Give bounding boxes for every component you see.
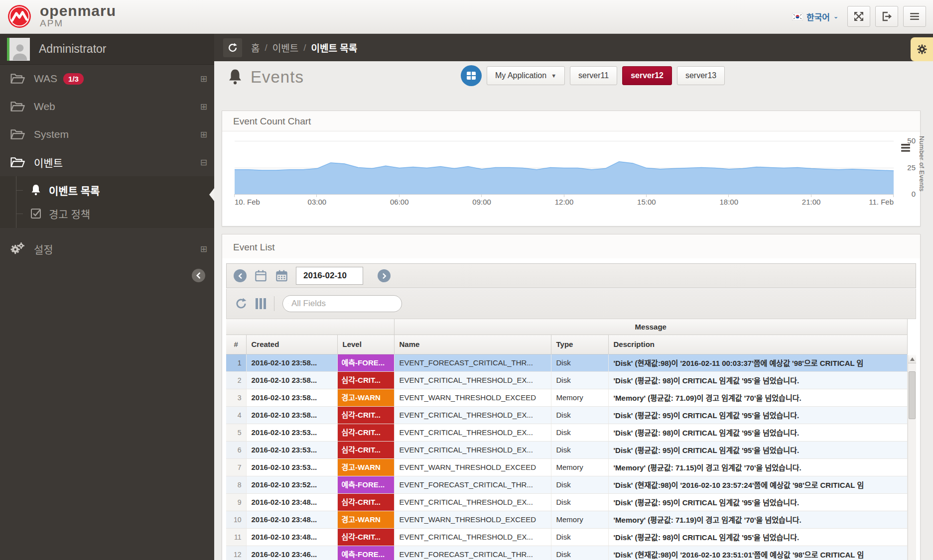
expand-arrows-icon [853,10,865,22]
breadcrumb: 홈 / 이벤트 / 이벤트 목록 [251,34,357,61]
column-header-type[interactable]: Type [551,335,608,354]
column-header-level[interactable]: Level [337,335,394,354]
sidebar-collapse-button[interactable] [192,269,205,282]
cell-num: 4 [226,406,246,424]
x-axis-ticks [235,194,894,197]
breadcrumb-home[interactable]: 홈 [251,41,260,54]
cell-num: 10 [226,511,246,528]
expand-plus-icon[interactable]: ⊞ [200,102,207,112]
table-row[interactable]: 72016-02-10 23:53...경고-WARNEVENT_WARN_TH… [226,458,908,476]
x-tick-label: 12:00 [555,198,574,206]
table-row[interactable]: 82016-02-10 23:52...예측-FORE...EVENT_FORE… [226,476,908,493]
table-row[interactable]: 12016-02-10 23:58...예측-FORE...EVENT_FORE… [226,354,908,371]
sidebar-item-alert-policy[interactable]: 경고 정책 [0,202,214,225]
expand-plus-icon[interactable]: ⊞ [200,74,207,84]
breadcrumb-section[interactable]: 이벤트 [272,41,298,54]
cell-desc: 'Disk' (평균값: 98)이 CRITICAL 임계값 '95'을 넘었습… [608,528,908,546]
column-header-created[interactable]: Created [246,335,337,354]
active-item-pointer [209,188,214,201]
group-header-empty [226,319,394,335]
next-day-button[interactable] [378,269,391,282]
x-tick-label: 21:00 [802,198,821,206]
server13-button[interactable]: server13 [677,66,725,85]
server-filter-row: My Application ▼ server11 server12 serve… [461,65,725,86]
cell-name: EVENT_FORECAST_CRITICAL_THR... [394,476,551,493]
sidebar-item-system[interactable]: System ⊞ [0,120,214,148]
logo-subtitle: APM [40,18,116,29]
cell-type: Disk [551,371,608,389]
event-list-title: Event List [222,234,920,258]
sidebar-item-was[interactable]: WAS 1/3 ⊞ [0,65,214,93]
chevron-left-icon [195,272,202,279]
date-input[interactable] [296,267,363,285]
scroll-up-button[interactable] [908,355,916,363]
table-row[interactable]: 52016-02-10 23:53...심각-CRIT...EVENT_CRIT… [226,424,908,441]
sidebar-item-settings[interactable]: 설정 ⊞ [0,235,214,263]
logout-button[interactable] [875,6,898,27]
table-row[interactable]: 42016-02-10 23:58...심각-CRIT...EVENT_CRIT… [226,406,908,424]
chevron-right-icon [382,273,387,279]
page-settings-button[interactable] [911,37,933,61]
column-header-name[interactable]: Name [394,335,551,354]
cell-name: EVENT_FORECAST_CRITICAL_THR... [394,354,551,371]
server12-button[interactable]: server12 [622,66,672,85]
menu-button[interactable] [903,6,926,27]
search-box[interactable] [282,295,402,312]
cell-created: 2016-02-10 23:53... [246,424,337,441]
language-selector[interactable]: 한국어 ⌄ [792,10,838,23]
scrollbar-thumb[interactable] [909,371,916,419]
level-badge: 예측-FORE... [338,476,394,493]
cell-level: 심각-CRIT... [337,424,394,441]
refresh-grid-icon[interactable] [235,297,248,310]
level-badge: 경고-WARN [338,389,394,406]
cell-desc: 'Disk' (현재값:98)이 '2016-02-10 23:57:24'쯤에… [608,476,908,493]
expand-plus-icon[interactable]: ⊞ [200,244,207,254]
column-header-num[interactable]: # [226,335,246,354]
event-count-chart [235,141,894,194]
cell-level: 심각-CRIT... [337,441,394,458]
cell-type: Disk [551,354,608,371]
calendar-day-icon[interactable] [254,269,267,283]
cell-num: 5 [226,424,246,441]
chart-panel-title: Event Count Chart [222,111,920,131]
cell-num: 12 [226,546,246,560]
sidebar-item-events[interactable]: 이벤트 ⊟ [0,148,214,176]
fullscreen-button[interactable] [847,6,870,27]
cell-desc: 'Disk' (평균값: 95)이 CRITICAL 임계값 '95'을 넘었습… [608,441,908,458]
table-scrollbar[interactable] [908,355,916,560]
sidebar-item-web[interactable]: Web ⊞ [0,93,214,120]
table-row[interactable]: 102016-02-10 23:48...경고-WARNEVENT_WARN_T… [226,511,908,528]
chevron-down-icon: ⌄ [833,13,838,20]
cell-level: 경고-WARN [337,389,394,406]
table-row[interactable]: 112016-02-10 23:48...심각-CRIT...EVENT_CRI… [226,528,908,546]
table-row[interactable]: 92016-02-10 23:48...심각-CRIT...EVENT_CRIT… [226,493,908,511]
cell-num: 2 [226,371,246,389]
prev-day-button[interactable] [234,269,247,282]
search-input[interactable] [291,299,401,309]
event-table-region: Message # Created Level Name Type Descri… [226,319,916,560]
calendar-month-icon[interactable] [275,269,288,283]
table-row[interactable]: 32016-02-10 23:58...경고-WARNEVENT_WARN_TH… [226,389,908,406]
app-selector-button[interactable]: My Application ▼ [487,66,565,85]
collapse-minus-icon[interactable]: ⊟ [200,157,207,167]
sidebar-item-event-list[interactable]: 이벤트 목록 [0,178,214,202]
cell-type: Disk [551,528,608,546]
application-grid-button[interactable] [461,65,482,86]
columns-icon[interactable] [256,298,266,309]
sidebar: Administrator WAS 1/3 ⊞ Web ⊞ System ⊞ 이… [0,34,214,560]
user-profile[interactable]: Administrator [0,34,214,65]
table-row[interactable]: 22016-02-10 23:58...심각-CRIT...EVENT_CRIT… [226,371,908,389]
server11-button[interactable]: server11 [570,66,617,85]
search-icon [288,299,288,309]
refresh-page-button[interactable] [223,38,242,57]
column-header-description[interactable]: Description [608,335,908,354]
cell-created: 2016-02-10 23:53... [246,441,337,458]
chart-menu-icon[interactable] [900,143,911,153]
table-row[interactable]: 62016-02-10 23:53...심각-CRIT...EVENT_CRIT… [226,441,908,458]
table-row[interactable]: 122016-02-10 23:46...예측-FORE...EVENT_FOR… [226,546,908,560]
expand-plus-icon[interactable]: ⊞ [200,129,207,139]
date-toolbar [226,263,916,288]
breadcrumb-bar: 홈 / 이벤트 / 이벤트 목록 [214,34,933,61]
folder-open-icon [10,156,25,169]
language-label: 한국어 [806,10,830,23]
